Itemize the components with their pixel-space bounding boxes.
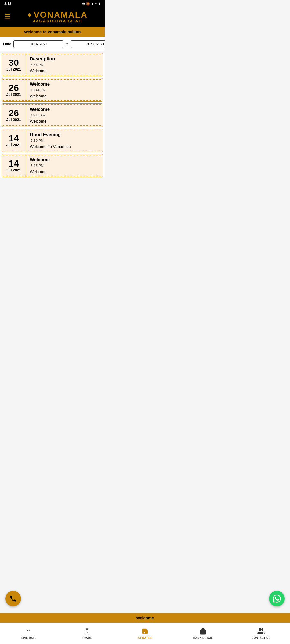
welcome-banner: Welcome to vonamala bullion [0, 27, 105, 37]
notif-content-3: Good Evening 5:30 PM Welcome To Vonamala [26, 129, 103, 152]
wifi-icon: ▲ [91, 2, 94, 6]
logo-subtitle: JAGADISHWARAIAH [33, 19, 82, 23]
notif-day: 14 [9, 134, 19, 143]
logo-icon: ♦ [28, 11, 31, 19]
notif-day: 26 [9, 108, 19, 118]
notif-content-0: Description 4:46 PM Welcome [26, 53, 103, 76]
notif-body: Welcome [30, 119, 99, 123]
notif-body: Welcome [30, 68, 99, 73]
notif-day: 26 [9, 83, 19, 92]
notification-card: 30 Jul 2021 Description 4:46 PM Welcome [2, 53, 103, 76]
notif-month-year: Jul 2021 [6, 143, 21, 147]
hamburger-menu[interactable]: ☰ [4, 13, 10, 20]
notif-date-4: 14 Jul 2021 [2, 154, 26, 177]
notif-date-3: 14 Jul 2021 [2, 129, 26, 152]
notif-date-1: 26 Jul 2021 [2, 78, 26, 101]
notif-month-year: Jul 2021 [6, 92, 21, 97]
notif-day: 30 [9, 58, 19, 67]
notif-date-2: 26 Jul 2021 [2, 104, 26, 127]
date-to-label: to [66, 42, 68, 46]
notification-card: 26 Jul 2021 Welcome 10:44 AM Welcome [2, 78, 103, 102]
status-time: 3:18 [4, 2, 11, 6]
notification-card: 26 Jul 2021 Welcome 10:28 AM Welcome [2, 103, 103, 127]
battery-icon: ▮ [99, 2, 100, 6]
dnd-icon: ⊖ [82, 2, 85, 6]
notif-time: 5:30 PM [30, 138, 99, 142]
to-date-input[interactable] [71, 40, 105, 48]
logo-title: VONAMALA [34, 10, 88, 20]
notif-time: 4:46 PM [30, 63, 99, 67]
notif-date-0: 30 Jul 2021 [2, 53, 26, 76]
notif-time: 10:44 AM [30, 88, 99, 92]
notif-body: Welcome To Vonamala [30, 144, 99, 149]
notif-month-year: Jul 2021 [6, 118, 21, 122]
welcome-text: Welcome to vonamala bullion [24, 30, 81, 34]
notif-title: Welcome [30, 107, 99, 112]
notif-content-2: Welcome 10:28 AM Welcome [26, 104, 103, 127]
notif-month-year: Jul 2021 [6, 67, 21, 71]
notif-content-1: Welcome 10:44 AM Welcome [26, 78, 103, 101]
notif-month-year: Jul 2021 [6, 168, 21, 172]
logo-area: ♦ VONAMALA JAGADISHWARAIAH [15, 10, 100, 23]
notif-time: 5:15 PM [30, 164, 99, 168]
notification-card: 14 Jul 2021 Welcome 5:15 PM Welcome [2, 154, 103, 177]
notif-title: Welcome [30, 82, 99, 87]
from-date-input[interactable] [13, 40, 63, 48]
notif-title: Good Evening [30, 132, 99, 137]
date-filter: Date to Search [0, 37, 105, 51]
notif-title: Welcome [30, 157, 99, 163]
logo-top: ♦ VONAMALA [28, 10, 88, 20]
notif-day: 14 [9, 159, 19, 168]
notif-body: Welcome [30, 94, 99, 98]
notification-card: 14 Jul 2021 Good Evening 5:30 PM Welcome… [2, 129, 103, 152]
header: ☰ ♦ VONAMALA JAGADISHWARAIAH [0, 7, 105, 27]
notif-body: Welcome [30, 169, 99, 174]
signal-icon: ▪▪ [95, 2, 97, 6]
mute-icon: 🔕 [86, 2, 90, 6]
date-label: Date [3, 42, 11, 46]
status-icons: ⊖ 🔕 ▲ ▪▪ ▮ [82, 2, 100, 6]
notif-time: 10:28 AM [30, 113, 99, 117]
notifications-list: 30 Jul 2021 Description 4:46 PM Welcome … [0, 53, 105, 177]
notif-content-4: Welcome 5:15 PM Welcome [26, 154, 103, 177]
status-bar: 3:18 ⊖ 🔕 ▲ ▪▪ ▮ [0, 0, 105, 7]
notif-title: Description [30, 56, 99, 62]
